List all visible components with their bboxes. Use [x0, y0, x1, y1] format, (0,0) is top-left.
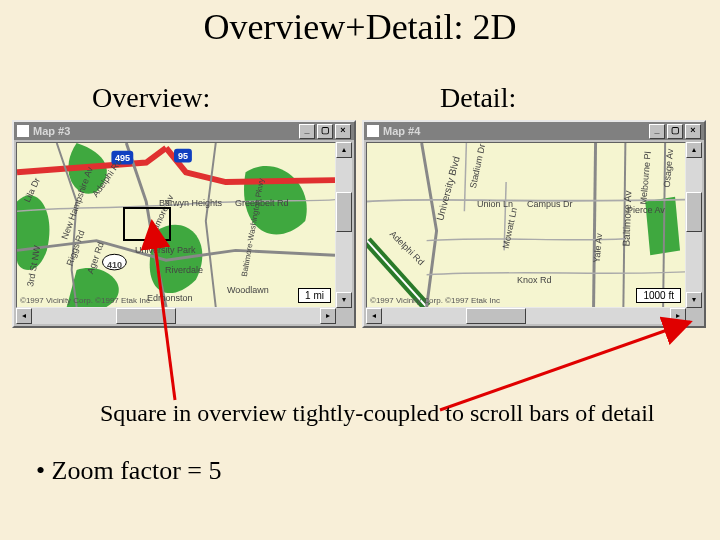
minimize-button[interactable]: _	[299, 124, 315, 139]
close-button[interactable]: ×	[685, 124, 701, 139]
scroll-up-button[interactable]: ▴	[686, 142, 702, 158]
road-label: Riverdale	[165, 265, 203, 275]
highway-shield: 495	[115, 153, 130, 163]
zoom-factor-bullet: • Zoom factor = 5	[36, 456, 222, 486]
overview-window-title: Map #3	[33, 125, 70, 137]
detail-map-canvas[interactable]: University Blvd Adelphi Rd Stadium Dr Un…	[366, 142, 686, 308]
overview-titlebar[interactable]: Map #3 _ ▢ ×	[14, 122, 354, 140]
maximize-button[interactable]: ▢	[667, 124, 683, 139]
scroll-up-button[interactable]: ▴	[336, 142, 352, 158]
scroll-thumb-vertical[interactable]	[336, 192, 352, 232]
detail-titlebar[interactable]: Map #4 _ ▢ ×	[364, 122, 704, 140]
detail-scrollbar-horizontal[interactable]: ◂ ▸	[366, 308, 686, 324]
app-icon	[17, 125, 29, 137]
detail-scale: 1000 ft	[636, 288, 681, 303]
detail-label: Detail:	[440, 82, 516, 114]
overview-scale: 1 mi	[298, 288, 331, 303]
svg-line-6	[440, 322, 690, 410]
scroll-down-button[interactable]: ▾	[336, 292, 352, 308]
size-grip[interactable]	[686, 308, 702, 324]
slide-title: Overview+Detail: 2D	[0, 6, 720, 48]
scroll-right-button[interactable]: ▸	[320, 308, 336, 324]
overview-map-canvas[interactable]: Adelphi Rd Berwyn Heights Greenbelt Rd R…	[16, 142, 336, 308]
overview-window: Map #3 _ ▢ ×	[12, 120, 356, 328]
close-button[interactable]: ×	[335, 124, 351, 139]
overview-credit: ©1997 Vicinity Corp. ©1997 Etak Inc	[20, 296, 150, 305]
road-label: Edmonston	[147, 293, 193, 303]
detail-scrollbar-vertical[interactable]: ▴ ▾	[686, 142, 702, 308]
detail-credit: ©1997 Vicinity Corp. ©1997 Etak Inc	[370, 296, 500, 305]
scroll-right-button[interactable]: ▸	[670, 308, 686, 324]
road-label: Baltimore Av	[621, 190, 634, 246]
size-grip[interactable]	[336, 308, 352, 324]
highway-shield: 410	[107, 260, 122, 270]
detail-window-title: Map #4	[383, 125, 420, 137]
highway-shield: 95	[178, 151, 188, 161]
scroll-down-button[interactable]: ▾	[686, 292, 702, 308]
road-label: Pierce Av	[627, 205, 665, 215]
road-label: Campus Dr	[527, 199, 573, 209]
road-label: University Park	[135, 245, 196, 255]
road-label: Knox Rd	[517, 275, 552, 285]
app-icon	[367, 125, 379, 137]
maximize-button[interactable]: ▢	[317, 124, 333, 139]
minimize-button[interactable]: _	[649, 124, 665, 139]
detail-window: Map #4 _ ▢ ×	[362, 120, 706, 328]
scroll-left-button[interactable]: ◂	[16, 308, 32, 324]
road-label: Woodlawn	[227, 285, 269, 295]
overview-viewport-rectangle[interactable]	[123, 207, 171, 241]
scroll-thumb-horizontal[interactable]	[116, 308, 176, 324]
scroll-thumb-horizontal[interactable]	[466, 308, 526, 324]
overview-scrollbar-vertical[interactable]: ▴ ▾	[336, 142, 352, 308]
road-label: Union Ln	[477, 199, 513, 209]
caption-text: Square in overview tightly-coupled to sc…	[100, 400, 655, 427]
overview-scrollbar-horizontal[interactable]: ◂ ▸	[16, 308, 336, 324]
scroll-left-button[interactable]: ◂	[366, 308, 382, 324]
overview-label: Overview:	[92, 82, 210, 114]
scroll-thumb-vertical[interactable]	[686, 192, 702, 232]
